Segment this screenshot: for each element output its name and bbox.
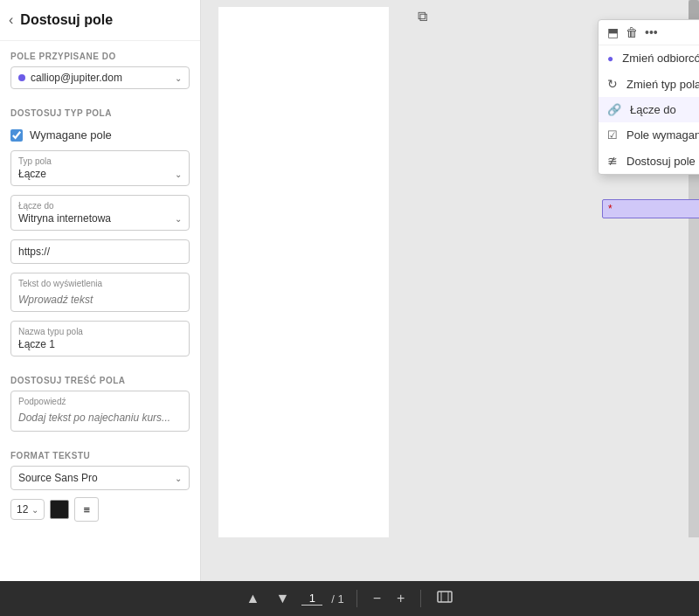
- toolbar-divider-1: [356, 590, 357, 607]
- bottom-toolbar: ▲ ▼ / 1 − +: [0, 581, 699, 616]
- format-section-label: FORMAT TEKSTU: [0, 440, 200, 466]
- ctx-item-link-to[interactable]: 🔗 Łącze do ›: [599, 97, 699, 122]
- font-size-value: 12: [17, 503, 28, 516]
- assigned-email: calliop@jupiter.dom: [31, 72, 170, 84]
- tooltip-group: Podpowiedź: [10, 391, 190, 432]
- field-type-name-label: Nazwa typu pola: [18, 327, 182, 336]
- font-size-chevron-icon: ⌄: [31, 505, 38, 515]
- field-type-name-text: Łącze 1: [18, 338, 55, 350]
- sidebar-header: ‹ Dostosuj pole: [0, 0, 200, 41]
- color-swatch[interactable]: [50, 500, 69, 519]
- ctx-required-icon: ☑: [607, 128, 618, 142]
- ctx-change-type-label: Zmień typ pola: [626, 78, 699, 91]
- copy-icon: ⧉: [418, 9, 427, 24]
- doc-preview: [218, 7, 389, 537]
- field-type-dropdown[interactable]: Łącze ⌄: [18, 168, 182, 180]
- assigned-section-label: POLE PRZYPISANE DO: [0, 41, 200, 66]
- total-pages: / 1: [331, 592, 343, 606]
- ctx-change-type-icon: ↻: [607, 77, 618, 91]
- format-row: 12 ⌄ ≡: [0, 497, 200, 522]
- url-input[interactable]: [10, 239, 190, 264]
- type-section-label: DOSTOSUJ TYP POLA: [0, 98, 200, 123]
- assigned-dot: [18, 74, 25, 81]
- sidebar-title: Dostosuj pole: [20, 12, 113, 28]
- display-text-input[interactable]: [11, 292, 189, 311]
- field-type-name-value: Łącze 1: [18, 338, 182, 350]
- link-to-chevron-icon: ⌄: [175, 214, 182, 224]
- display-text-group: Tekst do wyświetlenia: [10, 273, 190, 312]
- field-type-name-inner: Nazwa typu pola Łącze 1: [11, 322, 189, 356]
- field-type-name-group: Nazwa typu pola Łącze 1: [10, 321, 190, 356]
- page-up-button[interactable]: ▲: [243, 589, 264, 608]
- assigned-chevron-icon: ⌄: [175, 73, 182, 83]
- tooltip-input[interactable]: [11, 410, 189, 431]
- font-name: Source Sans Pro: [18, 472, 98, 484]
- ctx-item-change-type[interactable]: ↻ Zmień typ pola ›: [599, 71, 699, 97]
- zoom-out-button[interactable]: −: [370, 589, 384, 608]
- context-menu-header: ⬒ 🗑 •••: [599, 20, 699, 45]
- canvas-area: ⧉ * ⬒ 🗑 ••• ● Zmień odbiorców ›: [201, 0, 699, 581]
- ctx-grid-icon[interactable]: ⬒: [607, 25, 619, 39]
- tooltip-label: Podpowiedź: [11, 391, 189, 408]
- field-type-chevron-icon: ⌄: [175, 170, 182, 179]
- ctx-link-icon: 🔗: [607, 103, 621, 116]
- svg-rect-0: [438, 592, 452, 602]
- copy-icon-button[interactable]: ⧉: [418, 9, 427, 24]
- ctx-customize-label: Dostosuj pole: [626, 155, 696, 168]
- font-dropdown[interactable]: Source Sans Pro ⌄: [10, 466, 190, 490]
- link-to-inner: Łącze do Witryna internetowa ⌄: [11, 196, 189, 230]
- field-type-value: Łącze: [18, 168, 46, 180]
- required-checkbox[interactable]: [10, 129, 23, 142]
- link-to-dropdown[interactable]: Witryna internetowa ⌄: [18, 212, 182, 225]
- ctx-item-change-recipients[interactable]: ● Zmień odbiorców ›: [599, 45, 699, 71]
- field-highlight[interactable]: *: [602, 199, 699, 218]
- align-button[interactable]: ≡: [74, 497, 99, 522]
- ctx-more-icon[interactable]: •••: [645, 25, 658, 39]
- fit-page-button[interactable]: [433, 589, 456, 608]
- main-area: ‹ Dostosuj pole POLE PRZYPISANE DO calli…: [0, 0, 699, 581]
- ctx-link-label: Łącze do: [630, 103, 676, 116]
- display-text-label: Tekst do wyświetlenia: [11, 273, 189, 290]
- ctx-recipients-icon: ●: [607, 52, 613, 65]
- link-to-label: Łącze do: [18, 201, 182, 211]
- align-icon: ≡: [84, 503, 91, 516]
- toolbar-divider-2: [420, 590, 421, 607]
- current-page-input[interactable]: [301, 592, 322, 606]
- required-checkbox-row: Wymagane pole: [0, 123, 200, 150]
- ctx-required-label: Pole wymagane: [626, 128, 699, 142]
- fit-page-icon: [437, 591, 453, 603]
- font-chevron-icon: ⌄: [175, 474, 182, 483]
- link-to-value: Witryna internetowa: [18, 212, 111, 225]
- context-menu: ⬒ 🗑 ••• ● Zmień odbiorców › ↻ Zmień typ …: [598, 19, 699, 175]
- zoom-in-button[interactable]: +: [393, 589, 408, 608]
- assigned-dropdown[interactable]: calliop@jupiter.dom ⌄: [10, 66, 190, 89]
- ctx-trash-icon[interactable]: 🗑: [626, 25, 638, 39]
- font-size-dropdown[interactable]: 12 ⌄: [10, 499, 45, 520]
- sidebar: ‹ Dostosuj pole POLE PRZYPISANE DO calli…: [0, 0, 201, 581]
- ctx-item-required[interactable]: ☑ Pole wymagane: [599, 122, 699, 148]
- field-type-inner: Typ pola Łącze ⌄: [11, 151, 189, 185]
- assigned-to-row: calliop@jupiter.dom ⌄: [0, 66, 200, 98]
- link-to-group: Łącze do Witryna internetowa ⌄: [10, 195, 190, 231]
- page-down-button[interactable]: ▼: [272, 589, 293, 608]
- field-type-label: Typ pola: [18, 156, 182, 166]
- ctx-item-customize[interactable]: ≇ Dostosuj pole: [599, 148, 699, 174]
- ctx-customize-icon: ≇: [607, 154, 618, 168]
- field-type-group: Typ pola Łącze ⌄: [10, 150, 190, 186]
- back-button[interactable]: ‹: [9, 12, 13, 28]
- required-label: Wymagane pole: [30, 128, 112, 142]
- field-asterisk: *: [608, 203, 612, 215]
- content-section-label: DOSTOSUJ TREŚĆ POLA: [0, 365, 200, 391]
- ctx-recipients-label: Zmień odbiorców: [622, 52, 699, 65]
